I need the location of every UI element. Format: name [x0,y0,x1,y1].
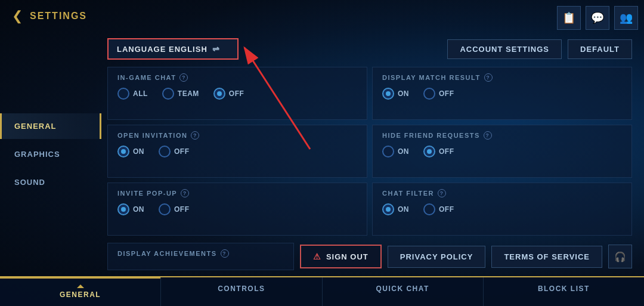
bottom-tab-bar: GENERAL CONTROLS QUICK CHAT BLOCK LIST [0,276,644,306]
chat-off-radio[interactable] [213,88,225,100]
filter-on-radio[interactable] [382,203,394,215]
main-layout: GENERAL GRAPHICS SOUND LANGUAGE ENGLISH … [0,32,644,276]
settings-header: ❮ SETTINGS [0,0,644,32]
chat-filter-options: ON OFF [382,203,622,215]
filter-on-option[interactable]: ON [382,203,409,215]
tab-controls[interactable]: CONTROLS [161,277,322,306]
invite-popup-section: INVITE POP-UP ? ON OFF [107,183,367,236]
display-achievements-label: DISPLAY ACHIEVEMENTS ? [117,249,284,258]
account-settings-button[interactable]: ACCOUNT SETTINGS [447,39,562,59]
popup-on-label: ON [133,205,144,214]
filter-off-option[interactable]: OFF [423,203,454,215]
popup-off-radio[interactable] [159,203,171,215]
sidebar-item-general[interactable]: GENERAL [0,113,101,139]
popup-off-label: OFF [174,205,190,214]
filter-on-label: ON [398,205,409,214]
in-game-chat-options: ALL TEAM OFF [117,88,357,100]
sidebar-item-graphics[interactable]: GRAPHICS [0,141,101,167]
tab-block-list-label: BLOCK LIST [538,285,590,293]
content-area: LANGUAGE ENGLISH ⇌ ACCOUNT SETTINGS DEFA… [101,32,644,276]
match-on-option[interactable]: ON [382,88,409,100]
chat-filter-section: CHAT FILTER ? ON OFF [372,183,632,236]
display-match-result-label: DISPLAY MATCH RESULT ? [382,73,622,82]
filter-off-radio[interactable] [423,203,435,215]
bottom-row: DISPLAY ACHIEVEMENTS ? ⚠ SIGN OUT PRIVAC… [107,243,632,270]
display-achievements-help[interactable]: ? [221,249,229,258]
chat-off-label: OFF [229,89,244,98]
hide-friend-off-option[interactable]: OFF [423,146,454,157]
settings-grid: IN-GAME CHAT ? ALL TEAM [107,67,632,236]
sidebar: GENERAL GRAPHICS SOUND [0,32,101,276]
terms-of-service-button[interactable]: TERMS OF SERVICE [491,246,602,268]
invite-popup-help[interactable]: ? [181,189,189,197]
display-achievements-section: DISPLAY ACHIEVEMENTS ? [107,243,294,270]
top-icon-bar: 📋 💬 👥 [557,6,638,30]
chat-team-radio[interactable] [162,88,174,100]
tab-block-list[interactable]: BLOCK LIST [484,277,644,306]
invitation-off-radio[interactable] [159,146,171,157]
match-off-option[interactable]: OFF [423,88,454,100]
match-on-radio[interactable] [382,88,394,100]
language-button[interactable]: LANGUAGE ENGLISH ⇌ [107,38,239,60]
popup-off-option[interactable]: OFF [159,203,190,215]
invitation-on-label: ON [133,147,144,156]
warning-icon: ⚠ [313,252,321,261]
hide-friend-help[interactable]: ? [484,131,492,140]
popup-on-option[interactable]: ON [117,203,144,215]
tab-quick-chat[interactable]: QUICK CHAT [323,277,484,306]
match-off-radio[interactable] [423,88,435,100]
hide-friend-options: ON OFF [382,146,622,157]
invite-popup-label: INVITE POP-UP ? [117,189,357,197]
hide-friend-off-label: OFF [439,147,454,156]
sign-out-button[interactable]: ⚠ SIGN OUT [300,245,382,268]
page-title: SETTINGS [30,11,87,21]
invitation-on-radio[interactable] [117,146,129,157]
chat-off-option[interactable]: OFF [213,88,244,100]
popup-on-radio[interactable] [117,203,129,215]
in-game-chat-section: IN-GAME CHAT ? ALL TEAM [107,67,367,120]
display-match-help[interactable]: ? [484,73,493,82]
hide-friend-on-label: ON [398,147,409,156]
display-match-result-section: DISPLAY MATCH RESULT ? ON OFF [372,67,632,120]
tab-quick-chat-label: QUICK CHAT [376,285,429,293]
chat-team-option[interactable]: TEAM [162,88,199,100]
top-controls: LANGUAGE ENGLISH ⇌ ACCOUNT SETTINGS DEFA… [107,38,632,60]
sign-out-label: SIGN OUT [326,252,369,261]
invitation-on-option[interactable]: ON [117,146,144,157]
chat-team-label: TEAM [178,89,199,98]
chat-all-radio[interactable] [117,88,129,100]
match-off-label: OFF [439,89,454,98]
hide-friend-requests-label: HIDE FRIEND REQUESTS ? [382,131,622,140]
hide-friend-on-option[interactable]: ON [382,146,409,157]
open-invitation-label: OPEN INVITATION ? [117,131,357,140]
chat-filter-help[interactable]: ? [438,189,446,197]
in-game-chat-label: IN-GAME CHAT ? [117,73,357,82]
tab-general-label: GENERAL [60,290,101,299]
open-invitation-help[interactable]: ? [191,131,199,140]
checklist-icon[interactable]: 📋 [557,6,581,30]
chat-all-option[interactable]: ALL [117,88,148,100]
hide-friend-requests-section: HIDE FRIEND REQUESTS ? ON OFF [372,125,632,178]
filter-off-label: OFF [439,205,454,214]
tab-controls-label: CONTROLS [218,285,265,293]
back-button[interactable]: ❮ [12,8,23,24]
sidebar-item-sound[interactable]: SOUND [0,169,101,195]
filter-icon: ⇌ [212,44,220,54]
friends-icon[interactable]: 👥 [614,6,638,30]
privacy-policy-button[interactable]: PRIVACY POLICY [388,246,486,268]
hide-friend-off-radio[interactable] [423,146,435,157]
headphone-button[interactable]: 🎧 [608,245,632,268]
match-on-label: ON [398,89,409,98]
tab-indicator [77,285,84,288]
invite-popup-options: ON OFF [117,203,357,215]
hide-friend-on-radio[interactable] [382,146,394,157]
language-label: LANGUAGE ENGLISH [117,45,208,54]
in-game-chat-help[interactable]: ? [179,73,188,82]
chat-icon[interactable]: 💬 [586,6,609,30]
default-button[interactable]: DEFAULT [568,39,632,59]
tab-general[interactable]: GENERAL [0,277,161,306]
chat-filter-label: CHAT FILTER ? [382,189,622,197]
open-invitation-section: OPEN INVITATION ? ON OFF [107,125,367,178]
invitation-off-option[interactable]: OFF [159,146,190,157]
chat-all-label: ALL [133,89,148,98]
